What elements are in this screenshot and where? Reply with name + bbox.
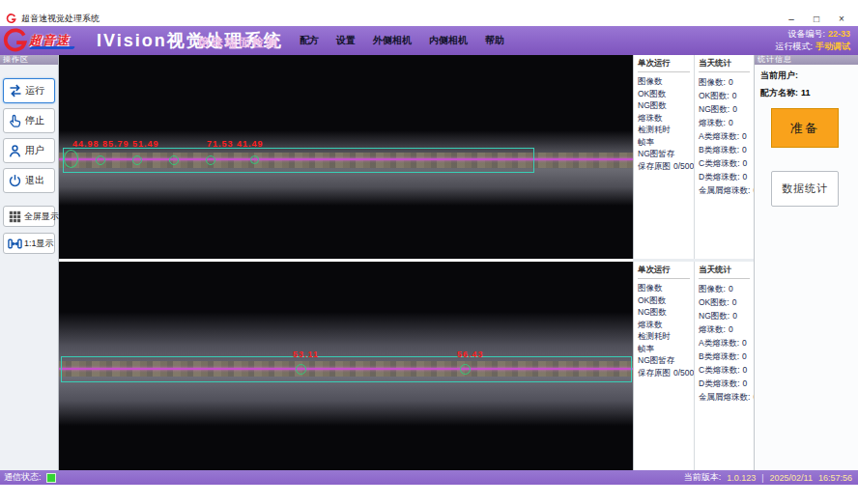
power-icon bbox=[7, 173, 23, 189]
blob-marker bbox=[296, 364, 306, 375]
stat-row: 检测耗时 bbox=[638, 330, 694, 343]
device-info: 设备编号:22-33 运行模式:手动调试 bbox=[775, 28, 850, 53]
window-title: 超音速视觉处理系统 bbox=[21, 13, 100, 25]
one-to-one-icon bbox=[7, 236, 23, 252]
stat-row: NG图暂存 bbox=[638, 148, 694, 160]
measurement-annotation: 44.98 85.79 51.49 bbox=[72, 139, 159, 149]
stat-row: OK图数:0 bbox=[699, 295, 754, 309]
stat-row: 金属屑熔珠数:0 bbox=[699, 390, 754, 404]
maximize-button[interactable]: □ bbox=[804, 10, 829, 27]
stat-row: A类熔珠数:0 bbox=[699, 129, 754, 143]
blob-marker bbox=[132, 155, 142, 165]
status-bar: 通信状态: 当前版本: 1.0.123 | 2025/02/11 16:57:5… bbox=[0, 470, 858, 485]
menu-item-outer-camera[interactable]: 外侧相机 bbox=[373, 34, 412, 47]
hand-stop-icon bbox=[7, 113, 23, 129]
blob-marker bbox=[169, 155, 179, 165]
stat-row: B类熔珠数:0 bbox=[699, 350, 754, 363]
blob-marker bbox=[96, 155, 105, 165]
current-user-label: 当前用户: bbox=[760, 70, 798, 80]
prepare-button[interactable]: 准备 bbox=[771, 108, 839, 148]
stat-row: OK图数 bbox=[638, 88, 694, 100]
one-to-one-button[interactable]: 1:1显示 bbox=[3, 233, 55, 254]
title-bar[interactable]: 超音速视觉处理系统 – □ × bbox=[0, 12, 858, 26]
stat-row: OK图数:0 bbox=[699, 89, 754, 102]
stat-row: 熔珠数:0 bbox=[699, 322, 754, 336]
app-logo-icon bbox=[6, 14, 16, 24]
brand-swoosh-decoration bbox=[29, 46, 75, 49]
menu-item-recipe[interactable]: 配方 bbox=[300, 34, 319, 47]
stat-row: OK图数 bbox=[638, 294, 694, 307]
menu-item-help[interactable]: 帮助 bbox=[485, 34, 504, 47]
today-stats-title: 当天统计 bbox=[699, 265, 750, 279]
stat-row: 保存原图0/500 bbox=[638, 367, 694, 379]
recipe-name-label: 配方名称: bbox=[760, 88, 798, 98]
stat-row: NG图数 bbox=[638, 99, 694, 112]
recipe-name-row: 配方名称:11 bbox=[760, 87, 858, 99]
run-button[interactable]: 运行 bbox=[3, 78, 55, 103]
exit-button[interactable]: 退出 bbox=[3, 168, 55, 193]
stop-button-label: 停止 bbox=[25, 114, 44, 127]
statistics-stack: 单次运行 图像数 OK图数 NG图数 熔珠数 检测耗时 帧率 NG图暂存 保存原… bbox=[633, 55, 754, 470]
menu-item-inner-camera[interactable]: 内侧相机 bbox=[429, 34, 468, 47]
stat-row: 熔珠数 bbox=[638, 319, 694, 331]
camera-viewport-1: 44.98 85.79 51.49 71.53 41.49 bbox=[59, 55, 633, 259]
statistics-info-title: 统计信息 bbox=[755, 55, 858, 65]
measurement-annotation: 56.43 bbox=[457, 350, 484, 359]
stat-row: 检测耗时 bbox=[638, 124, 694, 136]
recipe-name-value: 11 bbox=[801, 88, 811, 98]
stat-row: 图像数:0 bbox=[699, 282, 754, 295]
today-stats-column: 当天统计 图像数:0 OK图数:0 NG图数:0 熔珠数:0 A类熔珠数:0 B… bbox=[694, 55, 754, 259]
stat-row: D类熔珠数:0 bbox=[699, 377, 754, 390]
close-button[interactable]: × bbox=[829, 10, 854, 27]
operation-sidebar: 操作区 运行 停止 用户 bbox=[0, 55, 59, 470]
stat-row: NG图暂存 bbox=[638, 354, 694, 367]
data-statistics-button[interactable]: 数据统计 bbox=[771, 171, 839, 207]
stat-row: 帧率 bbox=[638, 343, 694, 355]
today-stats-title: 当天统计 bbox=[699, 58, 750, 72]
device-id-value: 22-33 bbox=[828, 29, 850, 39]
version-label: 当前版本: bbox=[684, 471, 722, 484]
stat-row: NG图数 bbox=[638, 306, 694, 319]
user-button[interactable]: 用户 bbox=[3, 138, 55, 163]
one-to-one-button-label: 1:1显示 bbox=[24, 238, 54, 250]
run-mode-value: 手动调试 bbox=[815, 42, 850, 51]
stop-button[interactable]: 停止 bbox=[3, 108, 55, 133]
stat-row: 图像数 bbox=[638, 75, 694, 88]
fullscreen-button[interactable]: 全屏显示 bbox=[3, 206, 55, 227]
stat-row: 图像数:0 bbox=[699, 75, 754, 89]
stat-row: NG图数:0 bbox=[699, 309, 754, 322]
version-datetime: 当前版本: 1.0.123 | 2025/02/11 16:57:56 bbox=[684, 471, 852, 484]
fullscreen-grid-icon bbox=[7, 209, 23, 225]
minimize-button[interactable]: – bbox=[779, 10, 804, 27]
stat-row: 熔珠数 bbox=[638, 112, 694, 125]
single-run-title: 单次运行 bbox=[638, 58, 690, 72]
stat-row: C类熔珠数:0 bbox=[699, 363, 754, 377]
single-run-column: 单次运行 图像数 OK图数 NG图数 熔珠数 检测耗时 帧率 NG图暂存 保存原… bbox=[634, 55, 694, 259]
menu-item-settings[interactable]: 设置 bbox=[336, 34, 356, 47]
measurement-annotation: 53.11 bbox=[293, 350, 319, 359]
run-mode-label: 运行模式: bbox=[775, 42, 813, 51]
stat-row: 熔珠数:0 bbox=[699, 116, 754, 129]
status-time: 16:57:56 bbox=[818, 473, 852, 483]
blob-marker bbox=[460, 364, 471, 375]
run-cycle-icon bbox=[7, 83, 23, 99]
current-user-row: 当前用户: bbox=[760, 70, 858, 82]
run-button-label: 运行 bbox=[25, 84, 44, 98]
fullscreen-button-label: 全屏显示 bbox=[24, 210, 59, 223]
stat-row: B类熔珠数:0 bbox=[699, 143, 754, 156]
blob-marker bbox=[206, 155, 215, 165]
brand-logo-icon bbox=[2, 28, 28, 54]
status-date: 2025/02/11 bbox=[770, 473, 813, 483]
blob-marker bbox=[250, 155, 259, 164]
stat-row: NG图数:0 bbox=[699, 102, 754, 116]
detection-roi-box bbox=[61, 356, 632, 382]
camera-viewstack: 44.98 85.79 51.49 71.53 41.49 53.11 56.4… bbox=[59, 55, 633, 470]
camera-viewport-2: 53.11 56.43 bbox=[59, 262, 633, 470]
comm-status: 通信状态: bbox=[4, 471, 56, 484]
stat-row: D类熔珠数:0 bbox=[699, 170, 754, 183]
operation-buttons: 运行 停止 用户 退出 bbox=[0, 65, 58, 260]
separator: | bbox=[761, 473, 763, 483]
user-icon bbox=[7, 143, 23, 159]
today-stats-column: 当天统计 图像数:0 OK图数:0 NG图数:0 熔珠数:0 A类熔珠数:0 B… bbox=[694, 262, 754, 470]
stat-row: C类熔珠数:0 bbox=[699, 156, 754, 170]
